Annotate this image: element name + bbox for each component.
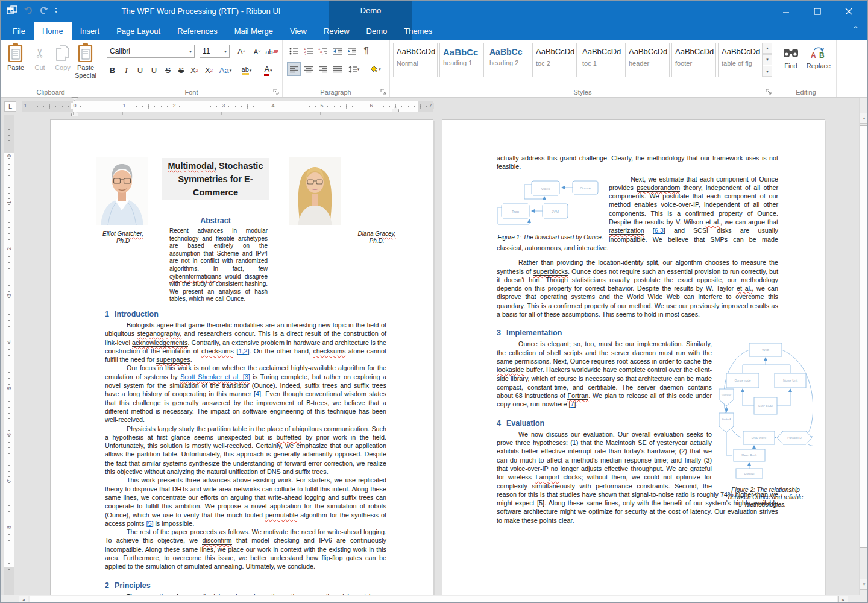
underline-button[interactable]: U <box>133 63 147 77</box>
style-heading-1[interactable]: AaBbCc heading 1 <box>439 43 484 77</box>
tab-view[interactable]: View <box>281 22 315 40</box>
horizontal-scroll-thumb[interactable] <box>30 596 837 603</box>
bullets-button[interactable] <box>287 44 301 58</box>
close-button[interactable] <box>841 4 857 19</box>
ribbon-tab-strip: File Home Insert Page Layout References … <box>4 22 441 40</box>
shading-caret-icon: ▾ <box>379 67 381 72</box>
tab-mail-merge[interactable]: Mail Merge <box>226 22 281 40</box>
style-normal[interactable]: AaBbCcDd Normal <box>393 43 438 77</box>
replace-button[interactable]: AB Replace <box>805 44 832 69</box>
ruler-number: 8 <box>6 523 12 529</box>
decrease-indent-button[interactable] <box>330 44 344 58</box>
horizontal-scrollbar[interactable]: ◂ ▸ <box>1 595 859 603</box>
scroll-up-button[interactable]: ▴ <box>860 113 868 124</box>
group-paragraph: 123 1ai ¶ <box>282 40 390 97</box>
vertical-scroll-thumb[interactable] <box>860 125 868 548</box>
font-name-combo[interactable]: Calibri ▾ <box>107 45 195 58</box>
grow-font-button[interactable]: A˄ <box>234 45 248 58</box>
clear-formatting-button[interactable]: ab <box>265 45 278 58</box>
cut-icon: ✂ <box>29 39 51 67</box>
redo-button[interactable] <box>39 6 49 17</box>
tab-references[interactable]: References <box>169 22 225 40</box>
subscript-button[interactable]: X2 <box>202 63 216 77</box>
collapse-ribbon-button[interactable]: ⌃ <box>852 25 859 34</box>
document-page-2[interactable]: actually address this grand challenge. C… <box>442 119 825 596</box>
numbering-button[interactable]: 123 <box>301 44 315 58</box>
styles-scroll-up-button[interactable]: ▴ <box>763 43 772 54</box>
first-line-indent-marker[interactable] <box>71 97 78 101</box>
scroll-down-button[interactable]: ▾ <box>860 579 868 590</box>
bold-button[interactable]: B <box>105 63 119 77</box>
style-header[interactable]: AaBbCcDd header <box>625 43 670 77</box>
style-footer[interactable]: AaBbCcDd footer <box>671 43 716 77</box>
increase-indent-button[interactable] <box>345 44 359 58</box>
ruler-number: 1 <box>121 103 128 109</box>
style-heading-2[interactable]: AaBbCc heading 2 <box>486 43 530 77</box>
body-paragraph: Rather than providing the location-ident… <box>497 258 778 318</box>
change-case-caret-icon: ▾ <box>230 68 232 73</box>
tab-file[interactable]: File <box>4 22 34 40</box>
align-right-button[interactable] <box>316 62 330 76</box>
tab-insert[interactable]: Insert <box>72 22 108 40</box>
body-paragraph: This work presents three advances above … <box>105 476 386 528</box>
tab-stop-selector[interactable]: L <box>4 101 16 112</box>
svg-text:Ounce node: Ounce node <box>734 379 750 382</box>
highlight-button[interactable]: ab▾ <box>237 63 256 77</box>
tab-page-layout[interactable]: Page Layout <box>108 22 169 40</box>
multilevel-list-button[interactable]: 1ai <box>316 44 330 58</box>
scrollbar-corner <box>859 595 868 603</box>
undo-button[interactable] <box>24 6 33 17</box>
tab-demo[interactable]: Demo <box>358 22 396 40</box>
vertical-scrollbar[interactable]: ▴ ▾ <box>859 98 868 595</box>
tab-review[interactable]: Review <box>315 22 358 40</box>
show-marks-button[interactable]: ¶ <box>359 43 373 57</box>
align-left-button[interactable] <box>287 62 301 76</box>
horizontal-ruler[interactable]: 1 0 1 2 3 4 5 6 7 <box>22 101 433 112</box>
qat-customize-dropdown-icon[interactable]: ▾ <box>55 8 57 14</box>
scroll-left-button[interactable]: ◂ <box>19 596 28 603</box>
highlight-caret-icon: ▾ <box>250 68 252 73</box>
paste-special-label: Paste Special <box>72 64 99 80</box>
window-controls <box>778 1 863 22</box>
styles-scroll-down-button[interactable]: ▾ <box>763 54 772 65</box>
italic-button[interactable]: I <box>119 63 133 77</box>
svg-text:SMP SCSI: SMP SCSI <box>758 404 773 408</box>
styles-gallery-expand-button[interactable]: ▾ <box>763 66 772 77</box>
style-toc-2[interactable]: AaBbCcDd toc 2 <box>532 43 577 77</box>
app-icon <box>7 5 17 17</box>
font-size-caret-icon: ▾ <box>224 49 227 54</box>
superscript-button[interactable]: X2 <box>187 63 201 77</box>
font-size-value: 11 <box>203 47 224 55</box>
find-button[interactable]: Find <box>777 44 805 69</box>
justify-button[interactable] <box>330 62 344 76</box>
document-page-1[interactable]: Multimodal, Stochastic Symmetries for E-… <box>50 119 433 596</box>
double-strikethrough-button[interactable]: S <box>174 63 188 77</box>
maximize-button[interactable] <box>810 4 825 19</box>
section-heading: 2Principles <box>105 581 386 590</box>
double-underline-button[interactable]: U <box>147 63 161 77</box>
ruler-number: 7 <box>6 476 12 482</box>
vertical-ruler[interactable]: 0 1 2 3 4 5 6 7 8 <box>4 115 14 595</box>
font-color-button[interactable]: A▾ <box>259 63 278 77</box>
strikethrough-button[interactable]: S <box>161 63 175 77</box>
scroll-right-button[interactable]: ▸ <box>838 596 848 603</box>
ruler-number: 3 <box>220 103 227 109</box>
abstract-heading: Abstract <box>162 216 269 225</box>
shading-button[interactable]: ▾ <box>365 62 385 76</box>
up-arrow-icon: ▴ <box>766 46 769 51</box>
up-arrow-icon: ▴ <box>863 116 866 121</box>
style-toc-1[interactable]: AaBbCcDd toc 1 <box>579 43 623 77</box>
minimize-button[interactable] <box>778 4 794 19</box>
align-center-button[interactable] <box>301 62 315 76</box>
tab-home[interactable]: Home <box>34 22 72 40</box>
author-photo-left <box>96 157 148 225</box>
shrink-font-button[interactable]: A˅ <box>250 45 264 58</box>
line-spacing-button[interactable]: ▾ <box>345 62 363 76</box>
svg-text:Web: Web <box>762 348 770 352</box>
style-table-of-fig[interactable]: AaBbCcDd table of fig <box>718 43 763 77</box>
paste-special-button[interactable]: Paste Special <box>72 42 99 80</box>
font-size-combo[interactable]: 11 ▾ <box>200 45 230 58</box>
tab-themes[interactable]: Themes <box>395 22 441 40</box>
change-case-button[interactable]: Aa▾ <box>216 63 234 77</box>
figure-1: Video Ounce Trap JVM Figure 1: The flowc… <box>497 176 604 241</box>
